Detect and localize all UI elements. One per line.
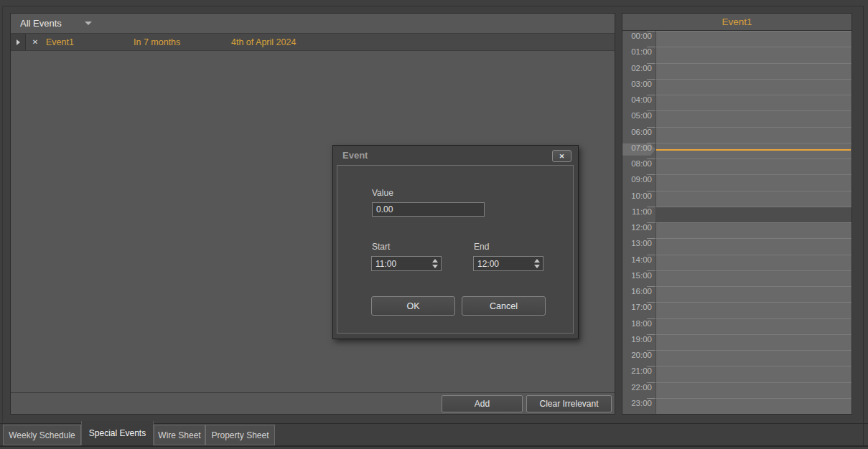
hour-cell[interactable] (656, 47, 851, 62)
hour-cell[interactable] (656, 191, 851, 207)
event-dialog: Event ✕ Value Start End (332, 145, 579, 339)
event-name: Event1 (46, 34, 74, 50)
hour-cell[interactable] (656, 31, 851, 47)
event-date: 4th of April 2024 (231, 34, 296, 50)
hour-row-0700[interactable]: 07:00 (622, 143, 851, 159)
hour-cell[interactable] (656, 159, 851, 174)
hour-row-2100[interactable]: 21:00 (622, 366, 851, 382)
hour-row-1300[interactable]: 13:00 (622, 238, 851, 254)
spin-down-icon[interactable] (534, 265, 540, 268)
hour-cell[interactable] (656, 238, 851, 254)
bottom-edge (0, 445, 868, 447)
hour-row-1600[interactable]: 16:00 (622, 286, 851, 302)
hour-cell[interactable] (656, 110, 851, 126)
clear-irrelevant-button[interactable]: Clear Irrelevant (526, 395, 612, 412)
events-filter-bar: All Events (11, 14, 615, 34)
hour-cell[interactable] (656, 143, 851, 159)
start-time-stepper (371, 256, 442, 271)
hour-label: 21:00 (622, 366, 656, 382)
hour-cell[interactable] (656, 270, 851, 286)
remove-event-icon[interactable]: ✕ (29, 34, 41, 50)
events-filter-label: All Events (20, 18, 62, 29)
hour-label: 05:00 (622, 110, 656, 126)
hour-row-0900[interactable]: 09:00 (622, 174, 851, 190)
hour-label: 12:00 (622, 222, 656, 238)
hour-cell[interactable] (656, 255, 851, 270)
add-button[interactable]: Add (442, 395, 523, 412)
hour-cell[interactable] (656, 366, 851, 382)
events-filter-dropdown[interactable]: All Events (20, 18, 92, 29)
hour-row-0300[interactable]: 03:00 (622, 79, 851, 95)
hour-cell[interactable] (656, 95, 851, 110)
event-row[interactable]: ✕ Event1 In 7 months 4th of April 2024 (11, 34, 615, 51)
hour-row-2000[interactable]: 20:00 (622, 350, 851, 366)
spin-down-icon[interactable] (432, 265, 438, 268)
day-schedule-panel: Event1 00:0001:0002:0003:0004:0005:0006:… (622, 13, 852, 415)
hour-label: 09:00 (622, 174, 656, 190)
day-schedule-title: Event1 (622, 14, 851, 31)
event-summary: In 7 months (134, 34, 180, 50)
hour-label: 08:00 (622, 159, 656, 174)
hour-cell-highlighted[interactable] (656, 207, 851, 222)
tab-wire-sheet[interactable]: Wire Sheet (154, 425, 205, 445)
hour-label: 01:00 (622, 47, 656, 62)
hour-row-2300[interactable]: 23:00 (622, 398, 851, 414)
dropdown-caret-icon (85, 22, 92, 25)
ok-button[interactable]: OK (371, 296, 455, 316)
hour-row-0500[interactable]: 05:00 (622, 110, 851, 126)
hour-row-1100[interactable]: 11:00 (622, 207, 851, 222)
tab-special-events[interactable]: Special Events (81, 421, 154, 445)
hour-label: 04:00 (622, 95, 656, 110)
hour-row-0100[interactable]: 01:00 (622, 47, 851, 62)
expander-arrow-icon (17, 39, 20, 45)
hour-label: 23:00 (622, 398, 656, 414)
tab-property-sheet[interactable]: Property Sheet (205, 425, 275, 445)
cancel-button[interactable]: Cancel (462, 296, 546, 316)
hour-cell[interactable] (656, 79, 851, 95)
spin-up-icon[interactable] (534, 259, 540, 263)
close-icon: ✕ (559, 153, 565, 160)
hour-label: 14:00 (622, 255, 656, 270)
tab-weekly-schedule[interactable]: Weekly Schedule (3, 425, 81, 445)
schedule-window: All Events ✕ Event1 In 7 months 4th of A… (0, 0, 868, 449)
hour-cell[interactable] (656, 382, 851, 398)
hour-cell[interactable] (656, 398, 851, 414)
hour-row-0600[interactable]: 06:00 (622, 127, 851, 143)
value-input[interactable] (372, 202, 485, 217)
hour-cell[interactable] (656, 222, 851, 238)
hour-row-0400[interactable]: 04:00 (622, 95, 851, 110)
dialog-content: Value Start End OK Cancel (337, 165, 574, 334)
hour-cell[interactable] (656, 286, 851, 302)
value-label: Value (372, 188, 393, 198)
hour-row-1200[interactable]: 12:00 (622, 222, 851, 238)
spin-up-icon[interactable] (432, 259, 438, 263)
hour-row-1500[interactable]: 15:00 (622, 270, 851, 286)
dialog-title: Event (333, 146, 578, 165)
hour-cell[interactable] (656, 350, 851, 366)
row-expander[interactable] (11, 34, 26, 50)
hour-cell[interactable] (656, 318, 851, 334)
hour-cell[interactable] (656, 127, 851, 143)
hour-label: 02:00 (622, 63, 656, 79)
hour-row-1900[interactable]: 19:00 (622, 334, 851, 350)
hour-label-marker: 07:00 (622, 143, 656, 159)
hour-label: 06:00 (622, 127, 656, 143)
hour-cell[interactable] (656, 63, 851, 79)
hour-row-1400[interactable]: 14:00 (622, 255, 851, 270)
hour-row-1700[interactable]: 17:00 (622, 302, 851, 318)
hour-cell[interactable] (656, 334, 851, 350)
hour-label: 22:00 (622, 382, 656, 398)
hour-cell[interactable] (656, 174, 851, 190)
hour-row-0200[interactable]: 02:00 (622, 63, 851, 79)
hour-row-1000[interactable]: 10:00 (622, 191, 851, 207)
dialog-close-button[interactable]: ✕ (552, 150, 571, 162)
hour-cell[interactable] (656, 302, 851, 318)
hour-label: 20:00 (622, 350, 656, 366)
hour-row-0800[interactable]: 08:00 (622, 159, 851, 174)
hour-row-2200[interactable]: 22:00 (622, 382, 851, 398)
end-time-stepper (473, 256, 543, 271)
window-frame-top (2, 6, 864, 6)
hour-row-1800[interactable]: 18:00 (622, 318, 851, 334)
hour-row-0000[interactable]: 00:00 (622, 31, 851, 47)
window-frame-left (2, 6, 3, 423)
